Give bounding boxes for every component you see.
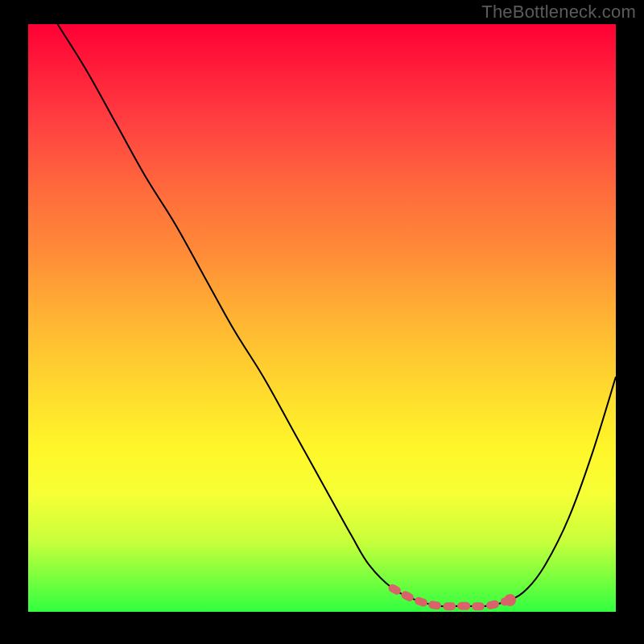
highlight-end-dot <box>504 594 516 606</box>
bottleneck-chart <box>28 24 616 612</box>
bottleneck-curve <box>58 24 617 606</box>
watermark-label: TheBottleneck.com <box>481 2 636 23</box>
highlight-segment <box>393 588 510 606</box>
chart-plot-area <box>28 24 616 612</box>
